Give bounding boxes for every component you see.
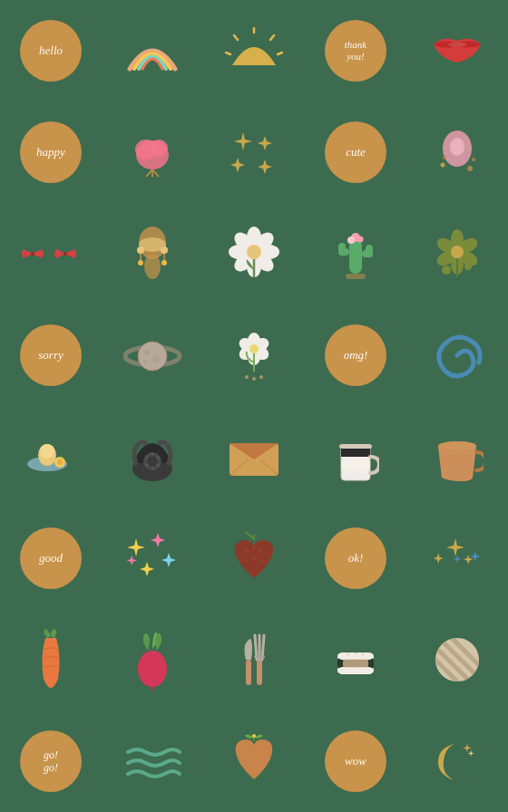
svg-point-15 xyxy=(441,163,445,168)
sun-cell xyxy=(203,0,305,102)
sorry-badge: sorry xyxy=(20,324,82,386)
svg-line-4 xyxy=(226,53,230,54)
svg-point-55 xyxy=(442,266,451,275)
svg-rect-95 xyxy=(341,453,370,457)
pink-cloud-icon xyxy=(126,126,179,179)
pink-stars-icon xyxy=(426,121,488,183)
radish-cell xyxy=(102,609,203,710)
heart-fruit-cell xyxy=(203,508,305,609)
sushi-cell xyxy=(305,609,406,710)
omg-badge: omg! xyxy=(325,324,386,386)
sparkles-gold-cell xyxy=(203,102,305,203)
svg-point-25 xyxy=(161,246,168,254)
omg-badge-cell: omg! xyxy=(305,304,406,406)
cactus-icon xyxy=(329,223,382,285)
carrot-cell xyxy=(0,609,102,710)
gold-stars-icon xyxy=(428,531,487,585)
waves-cell xyxy=(102,710,203,812)
svg-point-61 xyxy=(152,356,160,363)
heart-plant-icon xyxy=(227,732,281,791)
svg-point-99 xyxy=(438,441,476,450)
tea-cup-icon xyxy=(431,432,484,482)
go-badge-cell: go!go! xyxy=(0,710,102,812)
pink-cloud-cell xyxy=(102,102,203,203)
olive-flower-icon xyxy=(430,225,484,284)
striped-circle-icon xyxy=(431,633,484,686)
svg-line-8 xyxy=(146,169,152,177)
sun-icon xyxy=(225,27,283,74)
olive-flower-cell xyxy=(406,203,508,304)
svg-point-12 xyxy=(450,138,464,156)
colorful-sparkles-cell xyxy=(102,508,203,609)
rainbow-cell xyxy=(102,0,203,102)
svg-point-73 xyxy=(259,375,263,379)
svg-point-84 xyxy=(157,464,160,467)
garden-tools-cell xyxy=(203,609,305,710)
svg-rect-97 xyxy=(339,444,372,449)
svg-rect-110 xyxy=(246,660,251,685)
svg-point-102 xyxy=(259,550,262,553)
coffee-cup-icon xyxy=(332,428,379,487)
svg-point-81 xyxy=(147,456,158,467)
svg-point-86 xyxy=(146,464,149,467)
svg-point-53 xyxy=(451,246,464,258)
happy-badge-cell: happy xyxy=(0,102,102,203)
svg-point-24 xyxy=(138,260,143,266)
rainbow-icon xyxy=(121,28,184,73)
svg-point-85 xyxy=(151,468,154,470)
garden-tools-icon xyxy=(230,628,278,691)
svg-line-10 xyxy=(152,169,159,177)
svg-point-121 xyxy=(347,653,349,655)
svg-point-60 xyxy=(144,350,150,355)
svg-point-108 xyxy=(138,651,167,687)
ok-badge-cell: ok! xyxy=(305,508,406,609)
spiral-cell xyxy=(406,304,508,406)
telephone-icon xyxy=(125,429,180,485)
svg-rect-96 xyxy=(341,460,370,469)
svg-point-7 xyxy=(150,140,168,156)
svg-rect-120 xyxy=(343,659,368,668)
svg-point-101 xyxy=(253,546,256,549)
thank-you-badge-cell: thankyou! xyxy=(305,0,406,102)
svg-point-105 xyxy=(261,559,264,562)
svg-point-123 xyxy=(362,653,364,655)
heart-fruit-icon xyxy=(228,531,280,585)
white-flower-icon xyxy=(227,225,281,284)
spiral-icon xyxy=(430,328,484,382)
hat-flower-cell xyxy=(0,406,102,508)
svg-point-16 xyxy=(472,158,475,161)
hat-flower-icon xyxy=(22,430,81,484)
flower-vase-icon xyxy=(229,326,279,385)
moon-stars-icon xyxy=(429,735,485,788)
svg-point-72 xyxy=(252,377,256,381)
go-badge: go!go! xyxy=(20,730,82,792)
telephone-cell xyxy=(102,406,203,508)
planet-cell xyxy=(102,304,203,406)
envelope-cell xyxy=(203,406,305,508)
svg-point-104 xyxy=(253,557,256,560)
svg-rect-42 xyxy=(366,245,373,257)
hello-badge: hello xyxy=(20,20,82,82)
svg-point-83 xyxy=(157,457,160,459)
colorful-sparkles-icon xyxy=(122,527,183,589)
moon-stars-cell xyxy=(406,710,508,812)
svg-point-122 xyxy=(355,652,357,654)
svg-point-18 xyxy=(64,252,67,256)
svg-point-87 xyxy=(146,457,149,459)
svg-point-82 xyxy=(151,453,154,456)
svg-point-36 xyxy=(247,245,261,259)
sorry-badge-cell: sorry xyxy=(0,304,102,406)
cute-badge: cute xyxy=(325,121,386,183)
good-badge-cell: good xyxy=(0,508,102,609)
mushroom-girl-cell xyxy=(102,203,203,304)
cute-badge-cell: cute xyxy=(305,102,406,203)
radish-icon xyxy=(130,629,175,691)
svg-point-22 xyxy=(137,246,144,254)
svg-point-45 xyxy=(357,237,364,243)
ok-badge: ok! xyxy=(325,527,386,589)
svg-point-21 xyxy=(144,254,161,279)
gold-stars-cell xyxy=(406,508,508,609)
lips-icon xyxy=(429,34,485,68)
mushroom-girl-icon xyxy=(128,225,178,284)
bow-ties-cell xyxy=(0,203,102,304)
